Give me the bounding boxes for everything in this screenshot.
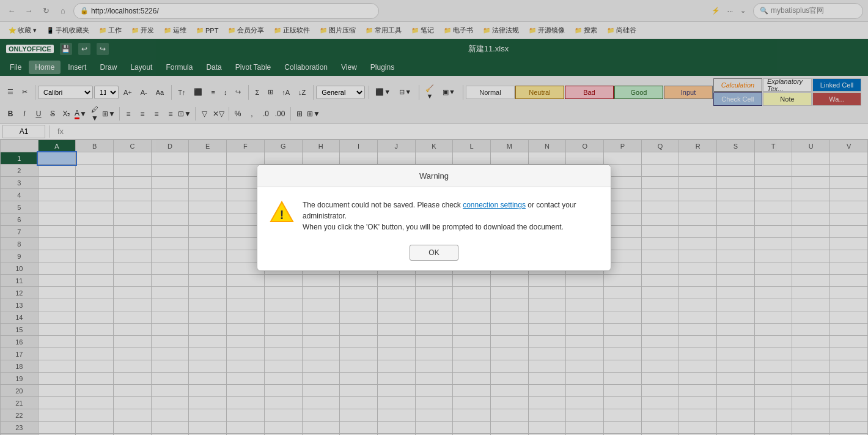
svg-text:!: ! <box>280 208 284 221</box>
dialog-footer: OK <box>257 239 611 270</box>
dialog-message-line2: When you click the 'OK' button, you will… <box>303 223 564 231</box>
warning-dialog: Warning ! The document could not be save… <box>257 165 611 271</box>
dialog-body: ! The document could not be saved. Pleas… <box>257 187 611 239</box>
dialog-ok-button[interactable]: OK <box>410 245 458 261</box>
dialog-title: Warning <box>257 165 611 187</box>
dialog-overlay: Warning ! The document could not be save… <box>0 0 868 435</box>
warning-icon: ! <box>270 199 294 224</box>
dialog-connection-settings-link[interactable]: connection settings <box>463 201 526 209</box>
dialog-message-line1-prefix: The document could not be saved. Please … <box>303 201 463 209</box>
dialog-message: The document could not be saved. Please … <box>303 199 598 232</box>
